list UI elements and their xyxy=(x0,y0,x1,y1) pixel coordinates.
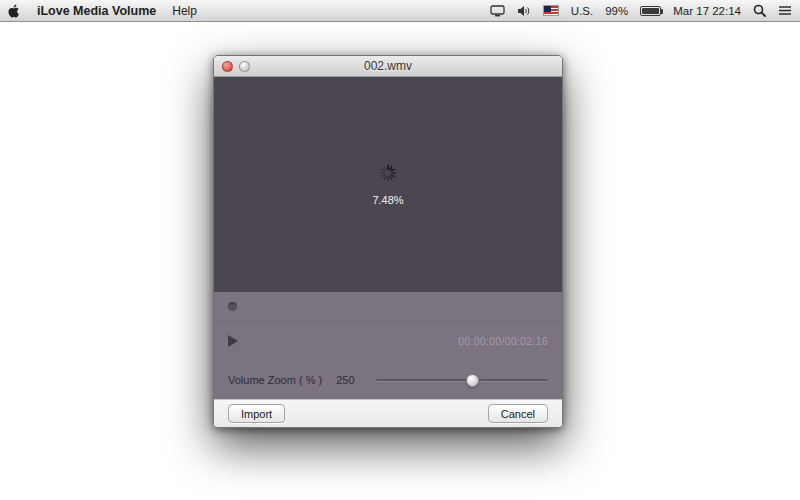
volume-zoom-row: Volume Zoom ( % ) 250 xyxy=(214,360,562,399)
menu-help[interactable]: Help xyxy=(172,4,197,18)
apple-menu[interactable] xyxy=(8,4,21,18)
desktop-wallpaper: iLove Media Volume Help U.S. 99% Mar 17 … xyxy=(0,0,800,500)
volume-zoom-value: 250 xyxy=(336,374,366,386)
slider-thumb[interactable] xyxy=(466,374,479,387)
menu-bar: iLove Media Volume Help U.S. 99% Mar 17 … xyxy=(0,0,800,22)
play-button[interactable] xyxy=(228,335,238,347)
close-button[interactable] xyxy=(222,61,233,72)
volume-icon[interactable] xyxy=(517,5,531,17)
cancel-button[interactable]: Cancel xyxy=(488,404,548,423)
us-flag-icon[interactable] xyxy=(543,5,559,16)
controls-panel: 00:00:00/00:02:16 Volume Zoom ( % ) 250 xyxy=(214,292,562,399)
menu-app-name[interactable]: iLove Media Volume xyxy=(37,4,156,18)
video-preview-area: 7.48% xyxy=(214,77,562,292)
waveform-row xyxy=(214,292,562,322)
import-button[interactable]: Import xyxy=(228,404,285,423)
time-display: 00:00:00/00:02:16 xyxy=(458,335,548,347)
spotlight-icon[interactable] xyxy=(753,4,766,17)
loading-spinner-icon xyxy=(379,164,397,182)
battery-percent: 99% xyxy=(605,5,628,17)
notification-center-icon[interactable] xyxy=(778,5,792,16)
minimize-button[interactable] xyxy=(239,61,250,72)
volume-zoom-slider[interactable] xyxy=(376,373,548,387)
marker-dot-icon[interactable] xyxy=(228,302,237,311)
input-source-label[interactable]: U.S. xyxy=(571,5,593,17)
window-titlebar[interactable]: 002.wmv xyxy=(214,56,562,77)
playback-row: 00:00:00/00:02:16 xyxy=(214,322,562,360)
conversion-progress: 7.48% xyxy=(372,194,403,206)
menu-clock[interactable]: Mar 17 22:14 xyxy=(673,5,741,17)
window-footer: Import Cancel xyxy=(214,399,562,427)
apple-logo-icon xyxy=(8,4,21,18)
slider-track[interactable] xyxy=(376,379,548,381)
window-title: 002.wmv xyxy=(364,59,412,73)
app-window: 002.wmv 7.48% xyxy=(213,55,563,428)
volume-zoom-label: Volume Zoom ( % ) xyxy=(228,374,322,386)
display-icon[interactable] xyxy=(490,5,505,17)
battery-icon[interactable] xyxy=(640,6,661,16)
